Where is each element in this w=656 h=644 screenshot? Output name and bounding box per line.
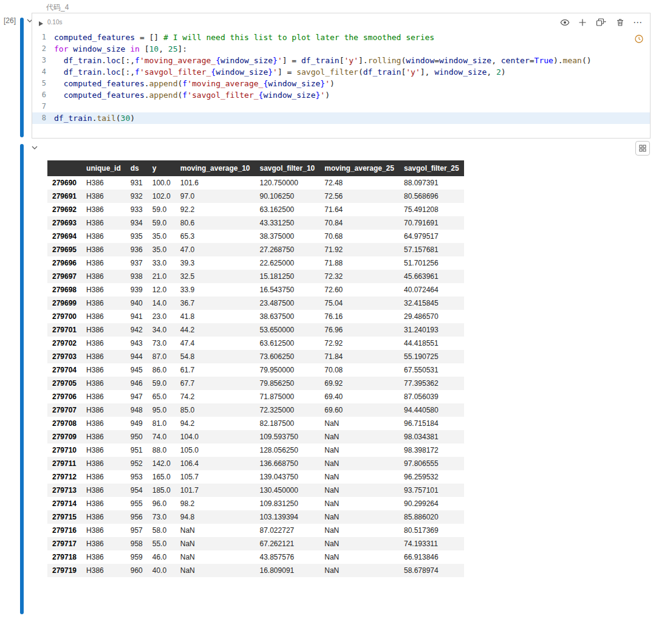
output-presentation-button[interactable] [635,141,650,156]
table-cell: 69.60 [319,403,399,417]
table-row: 279714H38695596.098.2109.831250NaN90.299… [47,497,464,510]
table-cell: 74.193311 [399,537,464,550]
output-collapse-chevron[interactable] [30,143,39,152]
row-index-cell: 279693 [47,216,81,230]
run-duration: 0.10s [47,19,62,26]
table-cell: 73.606250 [255,350,320,363]
table-cell: 27.268750 [255,243,320,256]
table-cell: NaN [319,430,399,444]
table-cell: 63.612500 [255,337,320,350]
table-row: 279692H38693359.092.263.16250071.6475.49… [47,203,464,216]
table-cell: H386 [81,176,126,190]
table-row: 279703H38694487.054.873.60625071.8455.19… [47,350,464,363]
table-cell: 96.715184 [399,417,464,430]
table-row: 279706H38694765.074.271.87500069.4087.05… [47,390,464,403]
table-cell: 957 [126,524,148,537]
code-line[interactable]: 8df_train.tail(30) [32,112,650,124]
table-cell: 66.913846 [399,550,464,564]
table-cell: 12.0 [148,283,176,296]
table-cell: 86.0 [148,363,176,377]
table-cell: NaN [176,550,255,564]
code-line[interactable]: 5 computed_features.append(f'moving_aver… [32,78,650,89]
cell-title: 代码_4 [46,2,69,13]
table-cell: 109.831250 [255,497,320,510]
table-cell: 955 [126,497,148,510]
table-cell: 57.157681 [399,243,464,256]
row-index-cell: 279706 [47,390,81,403]
table-cell: 71.875000 [255,390,320,403]
table-cell: H386 [81,444,126,457]
table-cell: 105.0 [176,444,255,457]
table-cell: 94.440580 [399,403,464,417]
chevron-down-icon [30,143,39,152]
table-cell: 90.299264 [399,497,464,510]
table-cell: 80.568696 [399,190,464,203]
table-cell: 65.0 [148,390,176,403]
table-cell: 931 [126,176,148,190]
output-area: unique_iddsymoving_average_10savgol_filt… [47,160,464,577]
row-index-cell: 279696 [47,256,81,270]
code-line[interactable]: 4 df_train.loc[:,f'savgol_filter_{window… [32,66,650,78]
code-line-text: df_train.loc[:,f'savgol_filter_{window_s… [54,66,650,78]
table-cell: 943 [126,337,148,350]
table-cell: 938 [126,270,148,283]
code-line[interactable]: 7 [32,101,650,112]
export-cell-button[interactable] [595,18,607,27]
table-cell: 97.806555 [399,457,464,470]
code-line[interactable]: 3 df_train.loc[:,f'moving_average_{windo… [32,55,650,66]
code-line-text: df_train.tail(30) [54,112,650,124]
column-header: unique_id [81,160,126,176]
add-cell-button[interactable] [578,18,587,27]
table-cell: 934 [126,216,148,230]
table-cell: 58.0 [148,524,176,537]
table-row: 279710H38695188.0105.0128.056250NaN98.39… [47,444,464,457]
table-cell: 23.0 [148,310,176,323]
table-cell: 32.5 [176,270,255,283]
table-cell: NaN [319,417,399,430]
table-cell: 106.4 [176,457,255,470]
table-cell: 139.043750 [255,470,320,484]
code-line-text: for window_size in [10, 25]: [54,43,650,55]
table-cell: 53.650000 [255,323,320,337]
table-cell: H386 [81,216,126,230]
table-row: 279690H386931100.0101.6120.75000072.4888… [47,176,464,190]
code-editor[interactable]: 1computed_features = [] # I will need th… [32,32,650,124]
table-cell: 98.2 [176,497,255,510]
table-cell: H386 [81,337,126,350]
code-line[interactable]: 2for window_size in [10, 25]: [32,43,650,55]
table-row: 279693H38693459.080.643.33125070.8470.79… [47,216,464,230]
table-cell: 51.701256 [399,256,464,270]
code-line-text: df_train.loc[:,f'moving_average_{window_… [54,55,650,66]
table-cell: 104.0 [176,430,255,444]
table-row: 279719H38696040.0NaN16.809091NaN58.67897… [47,564,464,577]
code-line-text: computed_features = [] # I will need thi… [54,32,650,43]
table-cell: 22.625000 [255,256,320,270]
table-cell: H386 [81,350,126,363]
table-cell: 96.0 [148,497,176,510]
table-cell: 949 [126,417,148,430]
row-index-cell: 279718 [47,550,81,564]
table-cell: 88.0 [148,444,176,457]
row-index-cell: 279709 [47,430,81,444]
table-cell: 41.8 [176,310,255,323]
more-actions-button[interactable]: ⋯ [633,18,643,27]
run-cell-button[interactable] [38,18,44,29]
table-cell: 73.0 [148,337,176,350]
column-header: savgol_filter_25 [399,160,464,176]
table-cell: 40.072464 [399,283,464,296]
delete-cell-button[interactable] [615,18,625,27]
table-header-row: unique_iddsymoving_average_10savgol_filt… [47,160,464,176]
code-line[interactable]: 1computed_features = [] # I will need th… [32,32,650,43]
code-line-text [54,101,650,112]
table-cell: H386 [81,524,126,537]
table-cell: 21.0 [148,270,176,283]
table-cell: 80.517369 [399,524,464,537]
code-line[interactable]: 6 computed_features.append(f'savgol_filt… [32,89,650,101]
table-cell: H386 [81,243,126,256]
table-cell: 47.4 [176,337,255,350]
show-output-button[interactable] [560,18,570,27]
table-cell: 103.139394 [255,510,320,524]
row-index-cell: 279691 [47,190,81,203]
line-number: 3 [32,55,54,66]
row-index-cell: 279694 [47,230,81,243]
